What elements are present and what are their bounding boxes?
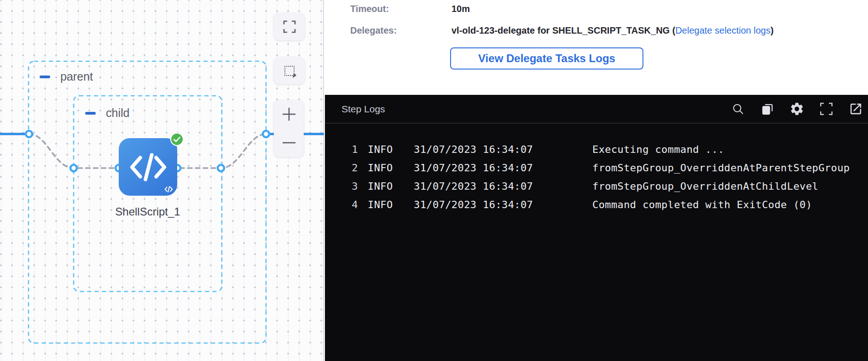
- zoom-out-button[interactable]: [274, 128, 304, 157]
- minus-icon: [282, 140, 296, 145]
- port-child-in[interactable]: [70, 165, 77, 171]
- pipeline-canvas[interactable]: parent child ShellScript_1: [0, 0, 324, 361]
- timeout-row: Timeout: 10m: [350, 4, 470, 14]
- collapse-parent-icon[interactable]: [40, 76, 50, 78]
- port-parent-in[interactable]: [26, 131, 32, 137]
- log-message: fromStepGroup_OverriddenAtParentStepGrou…: [592, 159, 850, 177]
- step-logs-panel: Step Logs: [325, 95, 868, 361]
- port-parent-out[interactable]: [263, 131, 269, 137]
- delegates-value: vl-old-123-delegate for SHELL_SCRIPT_TAS…: [451, 25, 774, 36]
- delegates-row: Delegates: vl-old-123-delegate for SHELL…: [350, 25, 774, 36]
- collapse-child-icon[interactable]: [85, 112, 96, 115]
- multi-select-button[interactable]: [274, 57, 305, 84]
- step-name-label: ShellScript_1: [97, 205, 198, 218]
- connector-right: [180, 134, 266, 168]
- child-stepgroup-label: child: [106, 106, 129, 120]
- open-in-new-icon: [849, 102, 863, 116]
- log-line-number: 2: [325, 159, 358, 177]
- parent-stepgroup-header: parent: [40, 70, 93, 83]
- log-row: 1 INFO 31/07/2023 16:34:07 Executing com…: [325, 140, 868, 159]
- zoom-controls: [274, 100, 304, 157]
- log-line-number: 1: [325, 140, 358, 159]
- delegates-label: Delegates:: [350, 25, 451, 36]
- pipeline-execution-view: parent child ShellScript_1: [0, 0, 868, 361]
- timeout-value: 10m: [451, 4, 470, 14]
- plus-icon: [282, 107, 296, 122]
- search-logs-button[interactable]: [727, 99, 748, 120]
- connector-left: [29, 134, 116, 168]
- fullscreen-logs-button[interactable]: [816, 99, 837, 120]
- shell-script-type-icon: [164, 186, 173, 192]
- copy-icon: [760, 102, 774, 116]
- log-lines-container[interactable]: 1 INFO 31/07/2023 16:34:07 Executing com…: [325, 123, 868, 214]
- log-message: Executing command ...: [592, 140, 724, 159]
- marquee-select-icon: [284, 66, 295, 76]
- log-timestamp: 31/07/2023 16:34:07: [414, 159, 592, 177]
- log-line-number: 3: [325, 177, 358, 196]
- parent-stepgroup-box[interactable]: [29, 61, 266, 343]
- log-level: INFO: [368, 177, 414, 196]
- log-level: INFO: [368, 196, 414, 214]
- shellscript-step-node[interactable]: [119, 138, 177, 196]
- log-row: 2 INFO 31/07/2023 16:34:07 fromStepGroup…: [325, 159, 868, 177]
- log-settings-button[interactable]: [786, 99, 807, 120]
- code-icon: [128, 153, 168, 181]
- copy-logs-button[interactable]: [757, 99, 778, 120]
- log-timestamp: 31/07/2023 16:34:07: [414, 140, 592, 159]
- search-icon: [732, 103, 744, 115]
- timeout-label: Timeout:: [350, 4, 451, 14]
- log-line-number: 4: [325, 196, 358, 214]
- log-row: 4 INFO 31/07/2023 16:34:07 Command compl…: [325, 196, 868, 214]
- log-timestamp: 31/07/2023 16:34:07: [414, 177, 592, 196]
- log-message: fromStepGroup_OverriddenAtChildLevel: [592, 177, 818, 196]
- step-logs-header: Step Logs: [325, 95, 868, 123]
- fullscreen-icon: [819, 102, 833, 116]
- check-icon: [173, 136, 181, 143]
- log-level: INFO: [368, 159, 414, 177]
- step-logs-title: Step Logs: [341, 104, 385, 115]
- port-child-out[interactable]: [218, 165, 224, 171]
- zoom-in-button[interactable]: [274, 100, 304, 128]
- step-success-badge: [170, 133, 184, 146]
- open-logs-new-tab-button[interactable]: [845, 99, 866, 120]
- child-stepgroup-header: child: [85, 106, 129, 120]
- log-row: 3 INFO 31/07/2023 16:34:07 fromStepGroup…: [325, 177, 868, 196]
- expand-icon: [283, 20, 296, 33]
- parent-stepgroup-label: parent: [60, 70, 93, 83]
- step-details-panel: Timeout: 10m Delegates: vl-old-123-deleg…: [325, 0, 868, 95]
- log-message: Command completed with ExitCode (0): [592, 196, 812, 214]
- log-timestamp: 31/07/2023 16:34:07: [414, 196, 592, 214]
- fit-to-screen-button[interactable]: [274, 13, 305, 41]
- delegates-value-close: ): [770, 25, 774, 35]
- settings-gear-icon: [789, 101, 804, 116]
- log-level: INFO: [368, 140, 414, 159]
- delegate-selection-logs-link[interactable]: Delegate selection logs: [675, 25, 770, 35]
- view-delegate-tasks-logs-button[interactable]: View Delegate Tasks Logs: [450, 47, 643, 70]
- delegates-value-text: vl-old-123-delegate for SHELL_SCRIPT_TAS…: [451, 25, 675, 35]
